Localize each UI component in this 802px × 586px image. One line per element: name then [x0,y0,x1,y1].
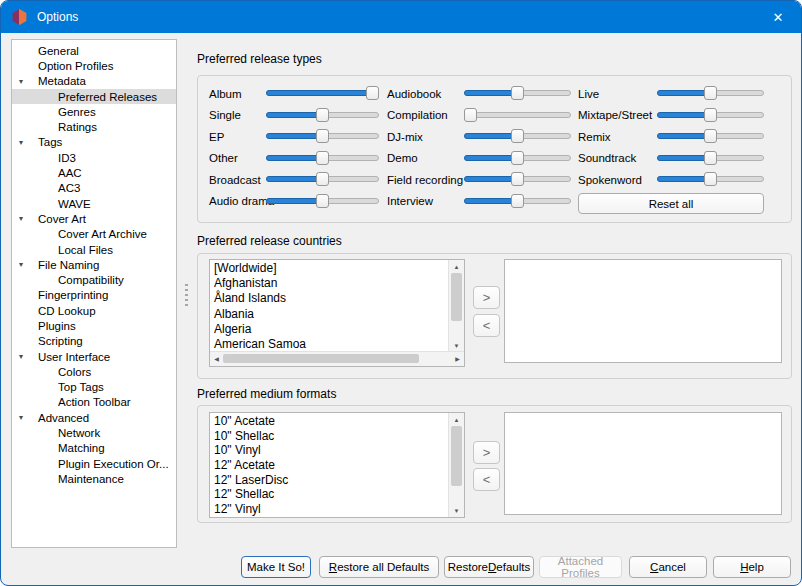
sidebar-item-wave[interactable]: WAVE [12,196,176,211]
live-slider[interactable] [657,86,764,101]
sidebar-item-tags[interactable]: ▾Tags [12,135,176,150]
other-slider[interactable] [266,151,379,166]
expand-arrow-icon[interactable]: ▾ [19,74,23,89]
audio-drama-slider[interactable] [266,194,379,209]
audiobook-slider[interactable] [464,86,571,101]
format-item[interactable]: 12" Shellac [212,487,288,502]
sidebar-item-maintenance[interactable]: Maintenance [12,471,176,486]
mixtape-street-slider[interactable] [657,108,764,123]
make-it-so-button[interactable]: Make It So! [241,556,311,578]
scrollbar-track[interactable] [449,273,464,339]
sidebar-item-top-tags[interactable]: Top Tags [12,380,176,395]
cancel-button[interactable]: Cancel [629,556,707,578]
sidebar-item-id3[interactable]: ID3 [12,150,176,165]
sidebar-item-ac3[interactable]: AC3 [12,181,176,196]
sidebar-item-network[interactable]: Network [12,425,176,440]
expand-arrow-icon[interactable]: ▾ [19,410,23,425]
sidebar-item-matching[interactable]: Matching [12,441,176,456]
sidebar-item-ratings[interactable]: Ratings [12,119,176,134]
sidebar-item-cover-art[interactable]: ▾Cover Art [12,211,176,226]
format-item[interactable]: 10" Shellac [212,429,288,444]
reset-all-button[interactable]: Reset all [578,193,764,214]
single-slider[interactable] [266,108,379,123]
album-slider[interactable] [266,86,379,101]
sidebar-item-compatibility[interactable]: Compatibility [12,272,176,287]
scrollbar-thumb[interactable] [451,273,462,321]
sidebar-item-action-toolbar[interactable]: Action Toolbar [12,395,176,410]
restore-defaults-button[interactable]: Restore Defaults [444,556,534,578]
formats-available-list[interactable]: 10" Acetate10" Shellac10" Vinyl12" Aceta… [209,412,465,518]
dj-mix-slider[interactable] [464,129,571,144]
slider-handle[interactable] [464,108,477,122]
slider-handle[interactable] [511,194,524,208]
vertical-scrollbar[interactable]: ▲ ▼ [448,413,464,517]
expand-arrow-icon[interactable]: ▾ [19,135,23,150]
expand-arrow-icon[interactable]: ▾ [19,257,23,272]
vertical-scrollbar[interactable]: ▲ ▼ [448,260,464,352]
expand-arrow-icon[interactable]: ▾ [19,211,23,226]
remove-format-button[interactable]: < [473,468,500,491]
scrollbar-thumb[interactable] [223,354,419,363]
format-item[interactable]: 10" Vinyl [212,443,288,458]
slider-handle[interactable] [316,108,329,122]
sidebar-item-scripting[interactable]: Scripting [12,334,176,349]
sidebar-item-fingerprinting[interactable]: Fingerprinting [12,288,176,303]
sidebar-item-plugins[interactable]: Plugins [12,318,176,333]
country-item[interactable]: Algeria [212,322,306,337]
sidebar-item-preferred-releases[interactable]: Preferred Releases [12,89,176,104]
format-item[interactable]: 12" Vinyl [212,502,288,517]
scroll-left-icon[interactable]: ◀ [210,352,223,365]
splitter-handle[interactable] [185,284,188,306]
countries-available-list[interactable]: [Worldwide]AfghanistanÅland IslandsAlban… [209,259,465,367]
slider-handle[interactable] [316,129,329,143]
slider-handle[interactable] [704,129,717,143]
help-button[interactable]: Help [713,556,791,578]
country-item[interactable]: [Worldwide] [212,261,306,276]
slider-handle[interactable] [704,108,717,122]
formats-selected-list[interactable] [504,412,782,515]
sidebar-item-user-interface[interactable]: ▾User Interface [12,349,176,364]
compilation-slider[interactable] [464,108,571,123]
sidebar-item-general[interactable]: General [12,43,176,58]
format-item[interactable]: 12" Acetate [212,458,288,473]
country-item[interactable]: Afghanistan [212,276,306,291]
scroll-right-icon[interactable]: ▶ [451,352,464,365]
sidebar-item-option-profiles[interactable]: Option Profiles [12,58,176,73]
sidebar-item-aac[interactable]: AAC [12,165,176,180]
remix-slider[interactable] [657,129,764,144]
slider-handle[interactable] [511,172,524,186]
spokenword-slider[interactable] [657,172,764,187]
format-item[interactable]: 10" Acetate [212,414,288,429]
ep-slider[interactable] [266,129,379,144]
scrollbar-thumb[interactable] [451,426,462,486]
slider-handle[interactable] [316,172,329,186]
soundtrack-slider[interactable] [657,151,764,166]
restore-all-defaults-button[interactable]: Restore all Defaults [319,556,439,578]
slider-handle[interactable] [511,151,524,165]
demo-slider[interactable] [464,151,571,166]
sidebar-item-genres[interactable]: Genres [12,104,176,119]
countries-selected-list[interactable] [504,259,782,363]
slider-handle[interactable] [316,151,329,165]
field-recording-slider[interactable] [464,172,571,187]
horizontal-scrollbar[interactable]: ◀ ▶ [210,351,464,366]
country-item[interactable]: Åland Islands [212,291,306,306]
country-item[interactable]: Albania [212,307,306,322]
broadcast-slider[interactable] [266,172,379,187]
sidebar-item-local-files[interactable]: Local Files [12,242,176,257]
slider-handle[interactable] [511,86,524,100]
scroll-up-icon[interactable]: ▲ [449,260,464,273]
sidebar-item-plugin-execution-or[interactable]: Plugin Execution Or... [12,456,176,471]
sidebar-item-advanced[interactable]: ▾Advanced [12,410,176,425]
sidebar-item-metadata[interactable]: ▾Metadata [12,74,176,89]
remove-country-button[interactable]: < [473,314,500,337]
slider-handle[interactable] [511,129,524,143]
close-icon[interactable]: ✕ [755,1,801,33]
expand-arrow-icon[interactable]: ▾ [19,349,23,364]
slider-handle[interactable] [704,151,717,165]
scroll-down-icon[interactable]: ▼ [449,504,464,517]
add-country-button[interactable]: > [473,286,500,309]
interview-slider[interactable] [464,194,571,209]
slider-handle[interactable] [366,86,379,100]
sidebar-item-cd-lookup[interactable]: CD Lookup [12,303,176,318]
